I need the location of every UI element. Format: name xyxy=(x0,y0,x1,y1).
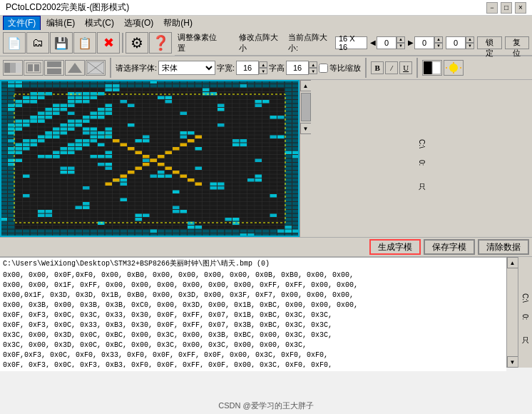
fh-arrows: ▲ ▼ xyxy=(309,61,317,74)
font-height-input[interactable] xyxy=(286,61,309,75)
canvas-scrollbar[interactable]: ▲ ▼ xyxy=(300,80,311,237)
watermark: CSDN @爱学习的王大胖子 xyxy=(218,400,313,411)
x-spinbox: ▲ ▼ xyxy=(377,36,405,49)
code-area[interactable]: C:\Users\WeiXiong\Desktop\STM32+BSP8266美… xyxy=(0,257,506,368)
svg-rect-12 xyxy=(424,61,432,74)
y-down[interactable]: ▼ xyxy=(434,43,443,49)
fw-arrows: ▲ ▼ xyxy=(259,61,267,74)
brightness-adj[interactable] xyxy=(444,60,464,76)
code-line-0: 0x00, 0x00, 0x0F,0xF0, 0x00, 0xB0, 0x00,… xyxy=(3,271,503,281)
pixel-resize3[interactable] xyxy=(65,60,85,76)
reset-btn[interactable]: 复位 xyxy=(505,36,530,49)
x-up[interactable]: ▲ xyxy=(397,36,405,43)
z-down[interactable]: ▼ xyxy=(466,43,474,49)
new-btn[interactable]: 📄 xyxy=(3,32,26,54)
y-arrows: ▲ ▼ xyxy=(434,36,443,49)
code-line-1: 0x00, 0x00, 0x1F, 0xFF, 0x00, 0x00, 0x00… xyxy=(3,281,503,291)
scroll-down[interactable]: ▼ xyxy=(300,123,312,134)
lock-btn[interactable]: 锁定 xyxy=(477,36,502,49)
menu-bar: 文件(F) 编辑(E) 模式(C) 选项(O) 帮助(H) xyxy=(0,16,532,30)
underline-btn[interactable]: U xyxy=(399,61,412,74)
svg-rect-13 xyxy=(432,61,441,74)
clear-btn[interactable]: 清除数据 xyxy=(478,239,529,255)
code-scrollbar[interactable]: ▲ ▼ xyxy=(506,257,518,368)
color-adj1[interactable] xyxy=(3,60,23,76)
copy-btn[interactable]: 📋 xyxy=(73,32,96,54)
x-down[interactable]: ▼ xyxy=(397,43,405,49)
code-scroll-down[interactable]: ▼ xyxy=(507,356,518,368)
settings-btn[interactable]: ⚙ xyxy=(126,32,148,54)
menu-help[interactable]: 帮助(H) xyxy=(159,16,197,30)
scroll-thumb[interactable] xyxy=(301,93,311,121)
fh-up[interactable]: ▲ xyxy=(309,61,317,68)
contrast-adj[interactable] xyxy=(422,60,442,76)
scroll-up[interactable]: ▲ xyxy=(300,80,312,91)
code-output: C:\Users\WeiXiong\Desktop\STM32+BSP8266美… xyxy=(0,257,506,371)
sidebar-text-c: C:\ xyxy=(418,139,426,148)
fw-up[interactable]: ▲ xyxy=(259,61,267,68)
menu-options[interactable]: 选项(O) xyxy=(120,16,158,30)
x-icon: ◀ xyxy=(370,39,376,46)
z-input[interactable] xyxy=(446,36,466,49)
menu-mode[interactable]: 模式(C) xyxy=(81,16,118,30)
save-glyph-btn[interactable]: 保存字模 xyxy=(424,239,475,255)
code-line-2: 0x00,0x1F, 0x3D, 0x3D, 0x1B, 0xB0, 0x00,… xyxy=(3,291,503,301)
fw-down[interactable]: ▼ xyxy=(259,68,267,74)
dot-size-label: 修改点阵大小 xyxy=(239,32,283,54)
code-path: C:\Users\WeiXiong\Desktop\STM32+BSP8266美… xyxy=(3,259,503,269)
y-input[interactable] xyxy=(414,36,434,49)
font-width-input[interactable] xyxy=(236,61,259,75)
font-label: 请选择字体: xyxy=(116,63,157,74)
code-line-6: 0x3C, 0x00, 0x3D, 0x0C, 0xBC, 0x00, 0x3C… xyxy=(3,330,503,340)
toolbar: 📄 🗂 💾 📋 ✖ ⚙ ❓ xyxy=(0,30,175,56)
minimize-btn[interactable]: － xyxy=(486,2,498,14)
italic-btn[interactable]: / xyxy=(385,61,398,74)
y-spinbox: ▲ ▼ xyxy=(414,36,443,49)
height-label: 字高 xyxy=(269,63,285,74)
y-up[interactable]: ▲ xyxy=(434,36,443,43)
x-input[interactable] xyxy=(377,36,397,49)
svg-rect-4 xyxy=(28,64,33,71)
bottom-area: C:\Users\WeiXiong\Desktop\STM32+BSP8266美… xyxy=(0,257,532,371)
fh-down[interactable]: ▼ xyxy=(309,68,317,74)
help-btn[interactable]: ❓ xyxy=(149,32,172,54)
svg-rect-1 xyxy=(10,63,16,73)
bold-btn[interactable]: B xyxy=(371,61,384,74)
font-width-spinbox: ▲ ▼ xyxy=(236,61,267,75)
open-btn[interactable]: 🗂 xyxy=(26,32,49,54)
save-btn[interactable]: 💾 xyxy=(50,32,73,54)
maximize-btn[interactable]: □ xyxy=(501,2,512,14)
top-controls: 调整像素位置 修改点阵大小 当前点阵大小: 16 X 16 ◀ ▲ ▼ ▶ xyxy=(175,30,532,56)
current-size-label: 当前点阵大小: xyxy=(288,32,334,54)
close-btn[interactable]: × xyxy=(515,2,526,14)
generate-btn[interactable]: 生成字模 xyxy=(369,239,421,255)
svg-rect-5 xyxy=(34,64,39,71)
code-line-3: 0x00, 0x3B, 0x00, 0x3B, 0x3B, 0xC0, 0x00… xyxy=(3,301,503,310)
right-sidebar: C:\ 0: 只 xyxy=(518,257,532,368)
svg-rect-7 xyxy=(47,69,61,74)
font-select[interactable]: 宋体 xyxy=(158,61,215,75)
pixel-resize1[interactable] xyxy=(24,60,44,76)
code-line-4: 0x0F, 0xF3, 0x0C, 0x3C, 0x33, 0x30, 0x0F… xyxy=(3,310,503,320)
z-arrows: ▲ ▼ xyxy=(466,36,474,49)
pixel-resize4[interactable] xyxy=(86,60,106,76)
svg-point-14 xyxy=(449,64,458,72)
menu-file[interactable]: 文件(F) xyxy=(3,16,41,31)
code-scroll-up[interactable]: ▲ xyxy=(507,257,518,268)
title-text: PCtoLCD2002完美版-(图形模式) xyxy=(6,1,129,14)
scale-checkbox[interactable] xyxy=(319,64,328,73)
delete-btn[interactable]: ✖ xyxy=(97,32,120,54)
code-line-7: 0x3C, 0x00, 0x3D, 0x0C, 0xBC, 0x00, 0x3C… xyxy=(3,340,503,350)
side-0: 0: xyxy=(521,314,529,320)
z-spinbox: ▲ ▼ xyxy=(446,36,474,49)
code-line-8: 0x0F,0xF3, 0x0C, 0xF0, 0x33, 0xF0, 0x0F,… xyxy=(3,350,503,360)
pixel-resize2[interactable] xyxy=(44,60,64,76)
toolbar-sep xyxy=(122,33,123,53)
y-icon: ▶ xyxy=(408,39,414,46)
canvas-area[interactable] xyxy=(0,80,300,237)
z-up[interactable]: ▲ xyxy=(466,36,474,43)
pixel-canvas[interactable] xyxy=(0,80,300,237)
menu-edit[interactable]: 编辑(E) xyxy=(42,16,79,30)
scale-label[interactable]: 等比缩放 xyxy=(319,63,361,74)
title-controls: － □ × xyxy=(486,2,526,14)
